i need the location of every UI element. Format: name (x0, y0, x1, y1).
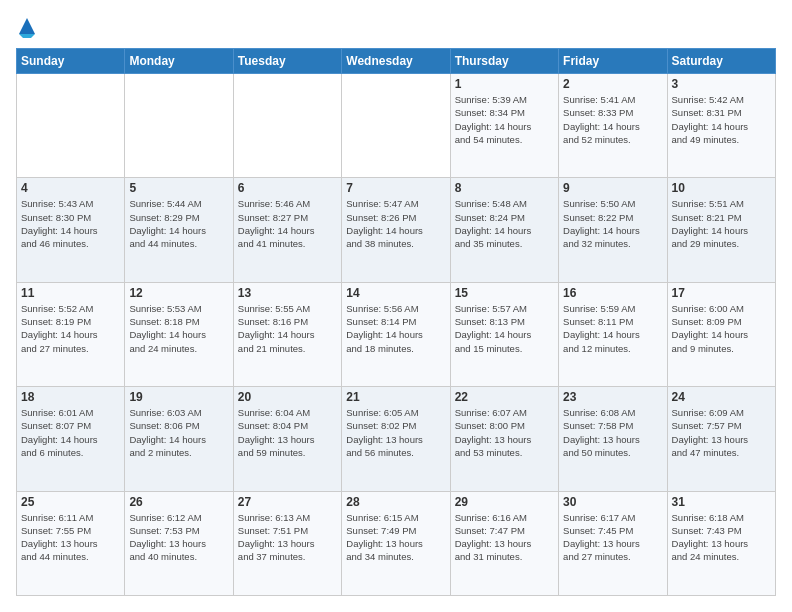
day-info: Sunrise: 5:59 AM Sunset: 8:11 PM Dayligh… (563, 302, 662, 355)
day-cell: 4Sunrise: 5:43 AM Sunset: 8:30 PM Daylig… (17, 178, 125, 282)
day-cell: 16Sunrise: 5:59 AM Sunset: 8:11 PM Dayli… (559, 282, 667, 386)
day-cell: 5Sunrise: 5:44 AM Sunset: 8:29 PM Daylig… (125, 178, 233, 282)
day-number: 8 (455, 181, 554, 195)
day-info: Sunrise: 6:05 AM Sunset: 8:02 PM Dayligh… (346, 406, 445, 459)
header (16, 16, 776, 38)
svg-marker-1 (19, 34, 35, 38)
day-cell: 11Sunrise: 5:52 AM Sunset: 8:19 PM Dayli… (17, 282, 125, 386)
day-info: Sunrise: 6:12 AM Sunset: 7:53 PM Dayligh… (129, 511, 228, 564)
day-number: 20 (238, 390, 337, 404)
day-number: 27 (238, 495, 337, 509)
day-cell: 24Sunrise: 6:09 AM Sunset: 7:57 PM Dayli… (667, 387, 775, 491)
day-cell: 27Sunrise: 6:13 AM Sunset: 7:51 PM Dayli… (233, 491, 341, 595)
day-number: 23 (563, 390, 662, 404)
day-info: Sunrise: 5:41 AM Sunset: 8:33 PM Dayligh… (563, 93, 662, 146)
day-number: 18 (21, 390, 120, 404)
day-cell: 8Sunrise: 5:48 AM Sunset: 8:24 PM Daylig… (450, 178, 558, 282)
day-info: Sunrise: 6:13 AM Sunset: 7:51 PM Dayligh… (238, 511, 337, 564)
day-info: Sunrise: 5:42 AM Sunset: 8:31 PM Dayligh… (672, 93, 771, 146)
logo (16, 16, 37, 38)
day-cell: 31Sunrise: 6:18 AM Sunset: 7:43 PM Dayli… (667, 491, 775, 595)
day-info: Sunrise: 6:03 AM Sunset: 8:06 PM Dayligh… (129, 406, 228, 459)
day-number: 26 (129, 495, 228, 509)
day-cell: 20Sunrise: 6:04 AM Sunset: 8:04 PM Dayli… (233, 387, 341, 491)
day-number: 1 (455, 77, 554, 91)
weekday-header-monday: Monday (125, 49, 233, 74)
day-cell (17, 74, 125, 178)
calendar-table: SundayMondayTuesdayWednesdayThursdayFrid… (16, 48, 776, 596)
day-number: 10 (672, 181, 771, 195)
week-row-2: 4Sunrise: 5:43 AM Sunset: 8:30 PM Daylig… (17, 178, 776, 282)
day-cell (233, 74, 341, 178)
weekday-header-saturday: Saturday (667, 49, 775, 74)
day-cell: 30Sunrise: 6:17 AM Sunset: 7:45 PM Dayli… (559, 491, 667, 595)
day-info: Sunrise: 5:56 AM Sunset: 8:14 PM Dayligh… (346, 302, 445, 355)
day-cell: 14Sunrise: 5:56 AM Sunset: 8:14 PM Dayli… (342, 282, 450, 386)
day-number: 12 (129, 286, 228, 300)
week-row-1: 1Sunrise: 5:39 AM Sunset: 8:34 PM Daylig… (17, 74, 776, 178)
day-info: Sunrise: 6:07 AM Sunset: 8:00 PM Dayligh… (455, 406, 554, 459)
svg-marker-0 (19, 18, 35, 34)
day-info: Sunrise: 5:52 AM Sunset: 8:19 PM Dayligh… (21, 302, 120, 355)
day-cell: 10Sunrise: 5:51 AM Sunset: 8:21 PM Dayli… (667, 178, 775, 282)
day-number: 29 (455, 495, 554, 509)
day-cell: 15Sunrise: 5:57 AM Sunset: 8:13 PM Dayli… (450, 282, 558, 386)
day-number: 24 (672, 390, 771, 404)
day-cell: 19Sunrise: 6:03 AM Sunset: 8:06 PM Dayli… (125, 387, 233, 491)
day-cell (125, 74, 233, 178)
day-cell: 13Sunrise: 5:55 AM Sunset: 8:16 PM Dayli… (233, 282, 341, 386)
day-cell: 17Sunrise: 6:00 AM Sunset: 8:09 PM Dayli… (667, 282, 775, 386)
day-cell: 3Sunrise: 5:42 AM Sunset: 8:31 PM Daylig… (667, 74, 775, 178)
day-number: 3 (672, 77, 771, 91)
day-info: Sunrise: 6:01 AM Sunset: 8:07 PM Dayligh… (21, 406, 120, 459)
day-info: Sunrise: 6:17 AM Sunset: 7:45 PM Dayligh… (563, 511, 662, 564)
calendar-page: SundayMondayTuesdayWednesdayThursdayFrid… (0, 0, 792, 612)
week-row-5: 25Sunrise: 6:11 AM Sunset: 7:55 PM Dayli… (17, 491, 776, 595)
day-number: 31 (672, 495, 771, 509)
day-number: 16 (563, 286, 662, 300)
day-number: 14 (346, 286, 445, 300)
weekday-header-thursday: Thursday (450, 49, 558, 74)
day-cell: 21Sunrise: 6:05 AM Sunset: 8:02 PM Dayli… (342, 387, 450, 491)
weekday-header-wednesday: Wednesday (342, 49, 450, 74)
weekday-header-sunday: Sunday (17, 49, 125, 74)
day-cell: 22Sunrise: 6:07 AM Sunset: 8:00 PM Dayli… (450, 387, 558, 491)
day-cell: 9Sunrise: 5:50 AM Sunset: 8:22 PM Daylig… (559, 178, 667, 282)
day-number: 2 (563, 77, 662, 91)
day-info: Sunrise: 5:51 AM Sunset: 8:21 PM Dayligh… (672, 197, 771, 250)
day-info: Sunrise: 6:08 AM Sunset: 7:58 PM Dayligh… (563, 406, 662, 459)
logo-icon (17, 16, 37, 38)
day-number: 4 (21, 181, 120, 195)
day-info: Sunrise: 6:09 AM Sunset: 7:57 PM Dayligh… (672, 406, 771, 459)
day-info: Sunrise: 6:11 AM Sunset: 7:55 PM Dayligh… (21, 511, 120, 564)
day-info: Sunrise: 5:47 AM Sunset: 8:26 PM Dayligh… (346, 197, 445, 250)
day-number: 30 (563, 495, 662, 509)
day-number: 19 (129, 390, 228, 404)
day-info: Sunrise: 5:57 AM Sunset: 8:13 PM Dayligh… (455, 302, 554, 355)
day-number: 15 (455, 286, 554, 300)
day-number: 13 (238, 286, 337, 300)
day-info: Sunrise: 6:00 AM Sunset: 8:09 PM Dayligh… (672, 302, 771, 355)
day-number: 6 (238, 181, 337, 195)
day-info: Sunrise: 6:18 AM Sunset: 7:43 PM Dayligh… (672, 511, 771, 564)
day-info: Sunrise: 5:44 AM Sunset: 8:29 PM Dayligh… (129, 197, 228, 250)
week-row-3: 11Sunrise: 5:52 AM Sunset: 8:19 PM Dayli… (17, 282, 776, 386)
day-cell: 12Sunrise: 5:53 AM Sunset: 8:18 PM Dayli… (125, 282, 233, 386)
day-number: 22 (455, 390, 554, 404)
day-info: Sunrise: 6:15 AM Sunset: 7:49 PM Dayligh… (346, 511, 445, 564)
day-cell: 29Sunrise: 6:16 AM Sunset: 7:47 PM Dayli… (450, 491, 558, 595)
day-cell: 6Sunrise: 5:46 AM Sunset: 8:27 PM Daylig… (233, 178, 341, 282)
day-cell: 23Sunrise: 6:08 AM Sunset: 7:58 PM Dayli… (559, 387, 667, 491)
day-info: Sunrise: 5:50 AM Sunset: 8:22 PM Dayligh… (563, 197, 662, 250)
day-cell: 2Sunrise: 5:41 AM Sunset: 8:33 PM Daylig… (559, 74, 667, 178)
day-cell: 25Sunrise: 6:11 AM Sunset: 7:55 PM Dayli… (17, 491, 125, 595)
day-info: Sunrise: 5:46 AM Sunset: 8:27 PM Dayligh… (238, 197, 337, 250)
weekday-header-friday: Friday (559, 49, 667, 74)
day-cell: 18Sunrise: 6:01 AM Sunset: 8:07 PM Dayli… (17, 387, 125, 491)
day-info: Sunrise: 6:04 AM Sunset: 8:04 PM Dayligh… (238, 406, 337, 459)
day-number: 7 (346, 181, 445, 195)
day-number: 28 (346, 495, 445, 509)
day-info: Sunrise: 5:55 AM Sunset: 8:16 PM Dayligh… (238, 302, 337, 355)
day-cell: 26Sunrise: 6:12 AM Sunset: 7:53 PM Dayli… (125, 491, 233, 595)
weekday-header-row: SundayMondayTuesdayWednesdayThursdayFrid… (17, 49, 776, 74)
